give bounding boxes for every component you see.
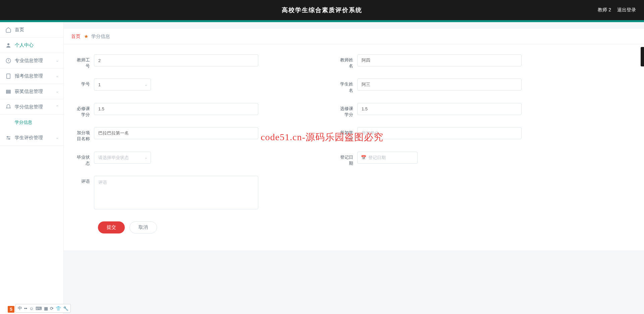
home-icon: [5, 27, 11, 33]
elective-credit-input[interactable]: 1.5: [357, 103, 522, 115]
nav-label: 个人中心: [15, 42, 34, 48]
calendar-icon: 📅: [361, 155, 366, 160]
chevron-up-icon: ⌃: [56, 105, 59, 109]
bell-icon: [5, 104, 11, 110]
chevron-down-icon: ⌄: [56, 74, 59, 78]
required-credit-label: 必修课学分: [74, 103, 94, 118]
required-credit-input[interactable]: 1.5: [94, 103, 258, 115]
teacher-name-input[interactable]: 阿四: [357, 54, 522, 66]
svg-rect-2: [7, 74, 10, 78]
reg-date-input[interactable]: 📅登记日期: [357, 152, 418, 164]
nav-label: 报考信息管理: [15, 73, 43, 79]
ime-item[interactable]: 中: [18, 305, 22, 311]
nav-label: 学分信息管理: [15, 104, 43, 110]
chevron-down-icon: ⌄: [56, 58, 59, 63]
ime-badge[interactable]: S: [8, 306, 14, 313]
sliders-icon: [5, 135, 11, 141]
grad-status-label: 毕业状态: [74, 152, 94, 166]
student-name-label: 学生姓名: [337, 78, 357, 93]
breadcrumb-home[interactable]: 首页: [71, 34, 80, 40]
svg-point-7: [9, 138, 10, 139]
nav-label: 获奖信息管理: [15, 89, 43, 95]
ime-item[interactable]: ☺: [29, 306, 34, 311]
cancel-button[interactable]: 取消: [129, 221, 157, 233]
comment-textarea[interactable]: 评语: [94, 176, 258, 209]
ime-item[interactable]: 👕: [56, 306, 61, 311]
accent-bar: [0, 20, 644, 22]
app-title: 高校学生综合素质评价系统: [282, 6, 362, 14]
nav-credit-info[interactable]: 学分信息管理 ⌃: [0, 99, 63, 115]
svg-point-0: [7, 43, 9, 45]
nav-label: 学生评价管理: [15, 135, 43, 141]
bonus-name-label: 加分项目名称: [74, 127, 94, 142]
svg-rect-3: [6, 90, 10, 91]
submit-button[interactable]: 提交: [98, 221, 125, 233]
student-no-select[interactable]: 1⌄: [94, 78, 151, 91]
chevron-down-icon: ⌄: [56, 136, 59, 140]
layers-icon: [5, 89, 11, 95]
breadcrumb-icon: [84, 34, 89, 39]
nav-label: 首页: [15, 27, 24, 33]
right-side-tab[interactable]: [641, 47, 644, 66]
credit-form: 教师工号 2 教师姓名 阿四 学号 1⌄ 学生姓名 阿三 必修课学分 1: [64, 44, 644, 250]
ime-item[interactable]: ⟳: [50, 306, 54, 311]
nav-exam-info[interactable]: 报考信息管理 ⌄: [0, 68, 63, 84]
nav-major-info[interactable]: 专业信息管理 ⌄: [0, 53, 63, 68]
logout-link[interactable]: 退出登录: [617, 7, 636, 13]
chevron-down-icon: ⌄: [56, 89, 59, 94]
ime-item[interactable]: 🔧: [63, 306, 68, 311]
nav-credit-info-sub[interactable]: 学分信息: [0, 115, 63, 130]
reg-date-label: 登记日期: [337, 152, 357, 166]
bonus-credit-input[interactable]: 所加学分: [357, 127, 522, 139]
bonus-credit-label: 所加学分: [337, 127, 357, 142]
header-bar: 高校学生综合素质评价系统 教师 2 退出登录: [0, 0, 644, 20]
nav-student-eval[interactable]: 学生评价管理 ⌄: [0, 130, 63, 146]
elective-credit-label: 选修课学分: [337, 103, 357, 118]
grad-status-select[interactable]: 请选择毕业状态⌄: [94, 152, 151, 164]
breadcrumb-current: 学分信息: [91, 34, 110, 40]
nav-sub-label: 学分信息: [15, 119, 32, 125]
ime-item[interactable]: ▦: [44, 306, 48, 311]
student-no-label: 学号: [74, 78, 94, 87]
teacher-no-label: 教师工号: [74, 54, 94, 69]
chevron-down-icon: ⌄: [145, 156, 147, 159]
ime-item[interactable]: ••: [24, 306, 27, 311]
user-icon: [5, 42, 11, 48]
bonus-name-input[interactable]: 巴拉巴拉第一名: [94, 127, 258, 139]
svg-point-6: [7, 136, 8, 137]
nav-award-info[interactable]: 获奖信息管理 ⌄: [0, 84, 63, 99]
sidebar: 首页 个人中心 专业信息管理 ⌄ 报考信息管理 ⌄ 获奖信息管理 ⌄ 学分信息管…: [0, 22, 64, 314]
chevron-down-icon: ⌄: [145, 83, 147, 87]
breadcrumb: 首页 学分信息: [64, 29, 644, 44]
student-name-input[interactable]: 阿三: [357, 78, 522, 91]
current-user-label[interactable]: 教师 2: [598, 7, 611, 13]
svg-rect-5: [6, 93, 10, 93]
nav-home[interactable]: 首页: [0, 22, 63, 38]
teacher-no-input[interactable]: 2: [94, 54, 258, 66]
teacher-name-label: 教师姓名: [337, 54, 357, 69]
ime-item[interactable]: ⌨: [36, 306, 42, 311]
nav-personal-center[interactable]: 个人中心: [0, 38, 63, 53]
clock-icon: [5, 58, 11, 64]
comment-label: 评语: [74, 176, 94, 185]
file-icon: [5, 73, 11, 79]
nav-label: 专业信息管理: [15, 58, 43, 64]
svg-rect-4: [6, 91, 10, 92]
ime-toolbar[interactable]: 中 •• ☺ ⌨ ▦ ⟳ 👕 🔧: [15, 304, 71, 313]
